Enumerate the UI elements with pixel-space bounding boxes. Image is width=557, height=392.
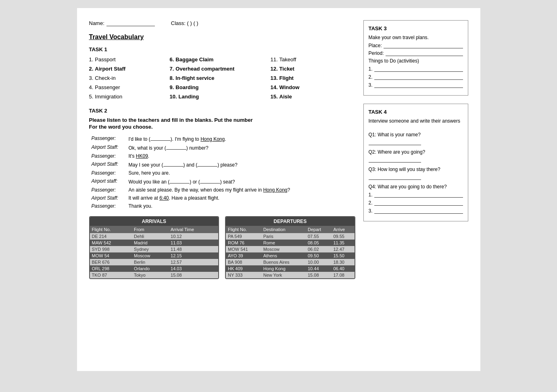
blank-3[interactable] [163, 161, 184, 167]
utterance-7: An aisle seat please. By the way, when d… [127, 186, 355, 194]
name-input[interactable] [106, 21, 155, 26]
task3-box: TASK 3 Make your own travel plans. Place… [363, 20, 468, 96]
departures-col-depart: Depart [306, 226, 331, 233]
departures-arrive: 18.30 [331, 259, 354, 265]
utterance-3: It's HK09. [127, 152, 355, 160]
page: Name: Class: ( ) ( ) Travel Vocabulary T… [77, 8, 480, 371]
header: Name: Class: ( ) ( ) [89, 20, 355, 26]
vocab-item-4: 4.Passenger [89, 83, 170, 91]
vocab-item-15: 15.Aisle [271, 93, 351, 100]
task4-q1: Q1: What is your name? [369, 132, 463, 138]
arrivals-time: 11.03 [169, 240, 218, 246]
departures-flight: HK 409 [226, 265, 261, 272]
task3-item-1: 1. [369, 66, 463, 72]
task4-input-3[interactable] [374, 209, 463, 214]
task2-heading: TASK 2 [89, 108, 355, 114]
class-field: Class: ( ) ( ) [171, 20, 198, 26]
class-label: Class: ( ) ( ) [171, 20, 198, 26]
place-input[interactable] [384, 43, 463, 48]
task4-input-2[interactable] [374, 200, 463, 206]
task4-num-2: 2. [369, 200, 373, 206]
utterance-6: Would you like an () or () seat? [127, 177, 355, 186]
arrivals-time: 10.12 [169, 233, 218, 240]
departures-table: DEPARTURES Flight No. Destination Depart… [226, 217, 355, 278]
arrivals-flight: DE 214 [90, 233, 132, 240]
blank-2[interactable] [166, 144, 186, 150]
blank-5[interactable] [169, 178, 190, 183]
departures-row: NY 333New York15.0817.08 [226, 272, 355, 278]
arrivals-row: BER 676Berlin12.57 [90, 259, 219, 265]
arrivals-from: Tokyo [132, 272, 169, 278]
period-label: Period: [369, 50, 384, 56]
departures-dest: Buenos Aires [261, 259, 306, 265]
things-label: Things to Do (activities) [369, 58, 463, 64]
task4-item-1: 1. [369, 192, 463, 198]
departures-row: MOW 541Moscow06.0212.47 [226, 246, 355, 252]
departures-depart: 09.50 [306, 252, 331, 259]
task2-instruction: Please listen to the teachers and fill i… [89, 117, 355, 123]
departures-col-dest: Destination [261, 226, 306, 233]
arrivals-flight: ORL 298 [90, 265, 132, 272]
name-field: Name: [89, 20, 155, 26]
task3-heading: TASK 3 [369, 25, 463, 31]
arrivals-time: 12.15 [169, 252, 218, 259]
speaker-7: Passenger: [90, 186, 126, 194]
arrivals-row: MAW 542Madrid11.03 [90, 240, 219, 246]
task4-input-1[interactable] [374, 192, 463, 198]
task4-q1-answer[interactable] [369, 140, 421, 145]
task4-num-3: 3. [369, 208, 373, 214]
departures-dest: New York [261, 272, 306, 278]
utterance-9: Thank you. [127, 202, 355, 210]
vocab-item-10: 10.Landing [170, 93, 271, 100]
task2-sub: For the word you choose. [89, 124, 355, 130]
blank-4[interactable] [197, 161, 217, 167]
arrivals-from: Moscow [132, 252, 169, 259]
departures-col-flight: Flight No. [226, 226, 261, 233]
task3-num-3: 3. [369, 82, 373, 88]
name-label: Name: [89, 20, 104, 26]
departures-row: ROM 76Rome08.0511.35 [226, 240, 355, 246]
speaker-2: Airport Staff: [90, 144, 126, 152]
vocab-item-3: 3.Check-in [89, 74, 170, 82]
departures-title: DEPARTURES [226, 217, 355, 226]
task4-q2-answer[interactable] [369, 157, 421, 163]
arrivals-flight: MOW 54 [90, 252, 132, 259]
vocab-item-12: 12.Ticket [271, 65, 351, 73]
utterance-4: May I see your () and () please? [127, 161, 355, 169]
vocab-item-2: 2.Airport Staff [89, 65, 170, 73]
utterance-5: Sure, here you are. [127, 169, 355, 177]
task4-q3-answer[interactable] [369, 175, 421, 180]
arrivals-time: 11.48 [169, 246, 218, 252]
departures-depart: 10.44 [306, 265, 331, 272]
arrivals-table-container: ARRIVALS Flight No. From Arrival Time DE… [89, 216, 219, 279]
vocab-item-9: 9.Boarding [170, 83, 271, 91]
departures-depart: 15.08 [306, 272, 331, 278]
blank-6[interactable] [200, 178, 220, 183]
dialog-row-7: Passenger: An aisle seat please. By the … [90, 186, 355, 194]
departures-arrive: 17.08 [331, 272, 354, 278]
arrivals-flight: TKO 87 [90, 272, 132, 278]
period-input[interactable] [386, 51, 463, 56]
departures-dest: Rome [261, 240, 306, 246]
task3-input-2[interactable] [374, 75, 463, 80]
arrivals-flight: BER 676 [90, 259, 132, 265]
arrivals-time: 12.57 [169, 259, 218, 265]
period-field: Period: [369, 50, 463, 56]
departures-arrive: 09.55 [331, 233, 354, 240]
arrivals-col-time: Arrival Time [169, 226, 218, 233]
task3-input-1[interactable] [374, 67, 463, 72]
flight-tables: ARRIVALS Flight No. From Arrival Time DE… [89, 216, 355, 279]
blank-1[interactable] [150, 136, 171, 141]
task3-item-2: 2. [369, 74, 463, 80]
arrivals-row: DE 214Dehli10.12 [90, 233, 219, 240]
departures-table-container: DEPARTURES Flight No. Destination Depart… [225, 216, 355, 279]
arrivals-from: Dehli [132, 233, 169, 240]
task3-input-3[interactable] [374, 83, 463, 88]
speaker-1: Passenger: [90, 135, 126, 143]
vocab-item-7: 7.Overhead compartment [170, 65, 271, 73]
departures-arrive: 12.47 [331, 246, 354, 252]
task4-item-2: 2. [369, 200, 463, 206]
vocab-item-14: 14.Window [271, 83, 351, 91]
utterance-8: It will arrive at 6:40. Have a pleasant … [127, 194, 355, 202]
task4-num-1: 1. [369, 192, 373, 198]
